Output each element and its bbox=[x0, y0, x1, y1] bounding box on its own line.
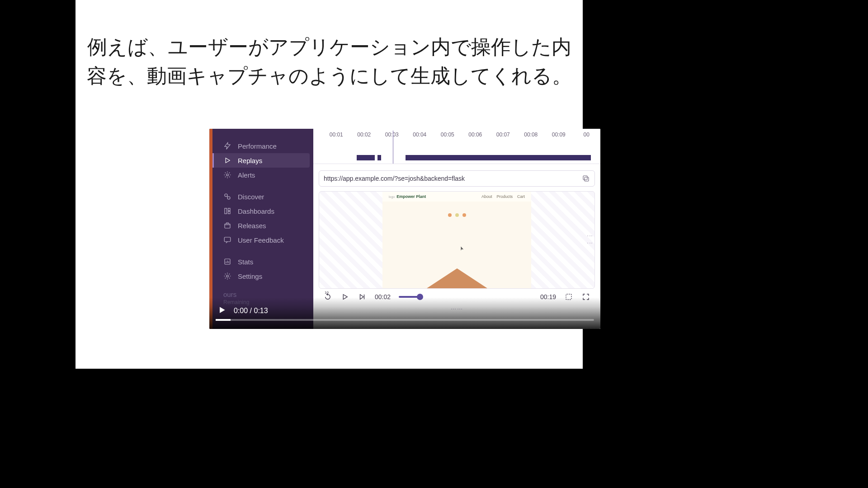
svg-rect-5 bbox=[228, 208, 231, 211]
sidebar-item-label: Settings bbox=[238, 272, 262, 280]
site-header: logo Empower Plant AboutProductsCart bbox=[382, 192, 531, 202]
sidebar-item-performance[interactable]: Performance bbox=[212, 139, 313, 153]
svg-rect-6 bbox=[228, 211, 231, 214]
sidebar-item-stats[interactable]: Stats bbox=[212, 254, 313, 269]
svg-rect-8 bbox=[224, 237, 231, 242]
sidebar-item-label: Performance bbox=[238, 142, 277, 150]
resize-handle-icon[interactable]: ⋮⋮ bbox=[586, 233, 594, 247]
timeline-track bbox=[322, 155, 597, 160]
timeline-tick: 00:09 bbox=[545, 131, 573, 138]
sidebar-item-label: Stats bbox=[238, 258, 253, 266]
sidebar-item-settings[interactable]: Settings bbox=[212, 269, 313, 283]
video-frame[interactable]: PerformanceReplaysAlerts DiscoverDashboa… bbox=[209, 129, 600, 329]
video-time: 0:00 / 0:13 bbox=[234, 307, 268, 315]
cursor-icon bbox=[460, 244, 466, 250]
timeline-tick: 00 bbox=[573, 131, 601, 138]
slide: 例えば、ユーザーがアプリケーション内で操作した内容を、動画キャプチャのようにして… bbox=[75, 0, 583, 369]
alert-icon bbox=[223, 171, 231, 179]
timeline[interactable]: 00:0100:0200:0300:0400:0500:0600:0700:08… bbox=[313, 129, 600, 164]
video-play-icon[interactable] bbox=[217, 305, 226, 316]
stats-icon bbox=[223, 258, 231, 266]
copy-icon[interactable] bbox=[582, 174, 590, 183]
mountain-shape bbox=[425, 268, 489, 289]
svg-point-13 bbox=[226, 275, 229, 277]
timeline-tick: 00:01 bbox=[322, 131, 350, 138]
gear-icon bbox=[223, 272, 231, 280]
site-link[interactable]: Products bbox=[496, 194, 513, 199]
timeline-tick: 00:04 bbox=[406, 131, 434, 138]
sidebar-item-label: User Feedback bbox=[238, 236, 284, 244]
svg-point-2 bbox=[227, 197, 230, 199]
timeline-tick: 00:05 bbox=[434, 131, 462, 138]
sidebar-item-label: Alerts bbox=[238, 171, 255, 179]
svg-point-0 bbox=[226, 174, 229, 176]
timeline-segment bbox=[377, 155, 381, 160]
site-logo-prefix: logo bbox=[389, 195, 395, 198]
replay-stage: logo Empower Plant AboutProductsCart bbox=[319, 191, 595, 289]
svg-rect-7 bbox=[225, 224, 230, 228]
sidebar-item-label: Dashboards bbox=[238, 207, 274, 215]
timeline-tick: 00:07 bbox=[489, 131, 517, 138]
timeline-tick: 00:08 bbox=[517, 131, 545, 138]
sidebar-item-replays[interactable]: Replays bbox=[212, 153, 310, 168]
bolt-icon bbox=[223, 142, 231, 150]
timeline-ticks: 00:0100:0200:0300:0400:0500:0600:0700:08… bbox=[313, 131, 600, 138]
site-link[interactable]: Cart bbox=[517, 194, 525, 199]
play-icon bbox=[223, 156, 231, 164]
timeline-tick: 00:03 bbox=[378, 131, 406, 138]
sidebar-item-label: Replays bbox=[238, 157, 262, 164]
sidebar-item-label: Discover bbox=[238, 193, 264, 201]
sidebar-item-user-feedback[interactable]: User Feedback bbox=[212, 233, 313, 247]
timeline-segment bbox=[357, 155, 375, 160]
feedback-icon bbox=[223, 236, 231, 244]
svg-line-3 bbox=[227, 196, 228, 197]
sidebar-item-discover[interactable]: Discover bbox=[212, 189, 313, 204]
sidebar-item-label: Releases bbox=[238, 222, 266, 230]
timeline-segment bbox=[406, 155, 591, 160]
package-icon bbox=[223, 221, 231, 230]
svg-rect-4 bbox=[225, 208, 227, 214]
timeline-tick: 00:02 bbox=[350, 131, 378, 138]
url-bar: https://app.example.com/?se=josh&backend… bbox=[319, 170, 595, 187]
headline-text: 例えば、ユーザーがアプリケーション内で操作した内容を、動画キャプチャのようにして… bbox=[75, 33, 583, 90]
svg-point-1 bbox=[225, 194, 227, 197]
video-player-chrome: 0:00 / 0:13 bbox=[209, 297, 600, 329]
site-link[interactable]: About bbox=[481, 194, 492, 199]
url-text: https://app.example.com/?se=josh&backend… bbox=[324, 175, 465, 182]
grid-icon bbox=[223, 207, 231, 215]
video-progress-track[interactable] bbox=[216, 319, 594, 321]
svg-rect-15 bbox=[583, 176, 587, 180]
sidebar-item-dashboards[interactable]: Dashboards bbox=[212, 204, 313, 218]
loading-dots bbox=[382, 213, 531, 217]
site-links: AboutProductsCart bbox=[481, 194, 525, 199]
sidebar-item-alerts[interactable]: Alerts bbox=[212, 168, 313, 182]
timeline-tick: 00:06 bbox=[462, 131, 490, 138]
site-preview: logo Empower Plant AboutProductsCart bbox=[382, 192, 531, 288]
link-icon bbox=[223, 192, 231, 201]
svg-rect-14 bbox=[585, 177, 589, 181]
site-brand: Empower Plant bbox=[396, 194, 426, 199]
video-progress bbox=[216, 319, 231, 321]
sidebar-item-releases[interactable]: Releases bbox=[212, 218, 313, 233]
